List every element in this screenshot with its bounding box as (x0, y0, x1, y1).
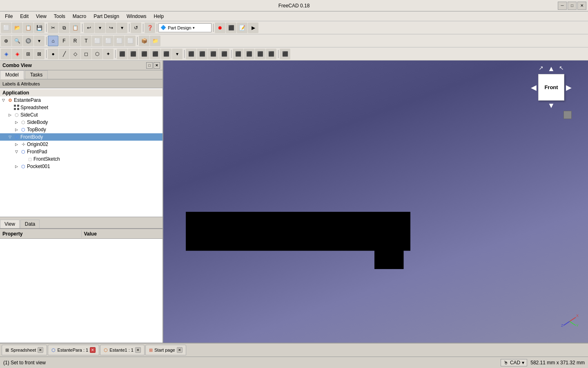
undo-btn[interactable]: ↩ (84, 22, 94, 33)
menu-view[interactable]: View (33, 13, 50, 20)
arc-btn[interactable]: ◻ (81, 49, 91, 59)
pocket2-btn[interactable]: ⬛ (150, 49, 160, 59)
nav-cube-face[interactable]: Front (538, 74, 564, 101)
help-btn[interactable]: ❓ (145, 22, 155, 33)
fit-selection-btn[interactable]: 🔍 (12, 36, 22, 46)
mirrored-btn[interactable]: ⬛ (255, 49, 265, 59)
pad-btn[interactable]: ⬛ (117, 49, 127, 59)
right-view-btn[interactable]: R (70, 36, 80, 46)
nav-arrow-left[interactable]: ◀ (531, 83, 537, 92)
macro-edit-btn[interactable]: 📝 (237, 22, 247, 33)
tab-model[interactable]: Model (0, 70, 24, 79)
paste-btn[interactable]: 📋 (70, 22, 80, 33)
more-arrow[interactable]: ▾ (172, 49, 183, 59)
new-btn[interactable]: ⬜ (1, 22, 11, 33)
close-btn[interactable]: ✕ (577, 2, 586, 10)
left-view-btn[interactable]: ⬜ (103, 36, 114, 46)
cad-arrow[interactable]: ▾ (522, 360, 524, 366)
save-btn[interactable]: 💾 (34, 22, 45, 33)
front-view-btn[interactable]: F (59, 36, 69, 46)
clone-btn[interactable]: ⊠ (34, 49, 45, 59)
fillet-btn[interactable]: ⬛ (186, 49, 196, 59)
nav-arrow-right[interactable]: ▶ (566, 83, 572, 92)
draft-btn[interactable]: ⬛ (208, 49, 218, 59)
tab-estante1-close[interactable]: ✕ (135, 347, 141, 353)
macro-run-btn[interactable]: ▶ (248, 22, 258, 33)
attach-btn[interactable]: ⊞ (23, 49, 33, 59)
tab-startpage[interactable]: ⊞ Start page ✕ (145, 345, 186, 355)
nav-arrow-tl[interactable]: ↗ (539, 65, 543, 73)
tree-item-pocket001[interactable]: ▷ ⬡ Pocket001 (0, 163, 163, 170)
menu-windows[interactable]: Windows (123, 13, 150, 20)
menu-file[interactable]: File (2, 13, 16, 20)
linear-btn[interactable]: ⬛ (244, 49, 254, 59)
sketch-btn[interactable]: ◈ (1, 49, 11, 59)
tree-item-estantepara[interactable]: ▽ ⚙ EstantePara (0, 96, 163, 104)
nav-mini-cube[interactable] (564, 111, 572, 119)
boolean-btn[interactable]: ⬛ (280, 49, 290, 59)
tree-item-topbody[interactable]: ▷ ⬡ TopBody (0, 126, 163, 133)
toggle-pocket001[interactable]: ▷ (13, 164, 20, 168)
tree-item-frontpad[interactable]: ▽ ⬡ FrontPad (0, 148, 163, 155)
toggle-frontbody[interactable]: ▽ (7, 135, 13, 139)
tab-estantepara[interactable]: ⬡ EstantePara : 1 ✕ (48, 345, 99, 355)
toggle-topbody[interactable]: ▷ (13, 128, 20, 132)
tab-spreadsheet[interactable]: ⊞ Spreadsheet ✕ (2, 345, 47, 355)
combo-float-btn[interactable]: □ (146, 62, 153, 69)
redo-btn[interactable]: ↪ (106, 22, 116, 33)
tree-item-frontsketch[interactable]: ◻ FrontSketch (0, 155, 163, 163)
open-btn[interactable]: 📂 (12, 22, 22, 33)
minimize-btn[interactable]: ─ (558, 2, 567, 10)
pad2-btn[interactable]: ⬛ (128, 49, 138, 59)
cut-shape-btn[interactable]: ✦ (103, 49, 114, 59)
refresh-btn[interactable]: ↺ (131, 22, 141, 33)
rear-view-btn[interactable]: ⬜ (92, 36, 102, 46)
toggle-origin002[interactable]: ▷ (13, 142, 20, 146)
toggle-frontpad[interactable]: ▽ (13, 150, 20, 154)
tab-spreadsheet-close[interactable]: ✕ (38, 347, 43, 353)
draw-style-arrow[interactable]: ▾ (34, 36, 45, 46)
menu-help[interactable]: Help (151, 13, 167, 20)
point-btn[interactable]: ● (48, 49, 58, 59)
menu-part-design[interactable]: Part Design (90, 13, 122, 20)
top-view-btn[interactable]: T (81, 36, 91, 46)
copy-btn[interactable]: ⧉ (59, 22, 69, 33)
workbench-dropdown[interactable]: 🔷 Part Design ▾ (158, 23, 212, 32)
polar-btn[interactable]: ⬛ (233, 49, 243, 59)
tab-estantepara-close[interactable]: ✕ (90, 347, 96, 353)
nav-arrow-up[interactable]: ▲ (548, 65, 555, 73)
menu-tools[interactable]: Tools (51, 13, 69, 20)
toggle-sidecut[interactable]: ▷ (7, 113, 13, 117)
toggle-sidebody[interactable]: ▷ (13, 120, 20, 124)
fit-all-btn[interactable]: ⊕ (1, 36, 11, 46)
line-btn[interactable]: ╱ (59, 49, 69, 59)
circle-btn[interactable]: ◇ (70, 49, 80, 59)
polyline-btn[interactable]: ⬡ (92, 49, 102, 59)
home-view-btn[interactable]: ⌂ (48, 36, 58, 46)
tab-data[interactable]: Data (20, 220, 40, 228)
maximize-btn[interactable]: □ (568, 2, 577, 10)
tree-item-spreadsheet[interactable]: Spreadsheet (0, 104, 163, 111)
tab-startpage-close[interactable]: ✕ (177, 347, 183, 353)
tab-estante1[interactable]: ⬡ Estante1 : 1 ✕ (100, 345, 145, 355)
tree-item-sidecut[interactable]: ▷ ⬡ SideCut (0, 111, 163, 119)
menu-edit[interactable]: Edit (17, 13, 32, 20)
tab-tasks[interactable]: Tasks (25, 70, 48, 79)
record-btn[interactable]: ⏺ (215, 22, 225, 33)
tab-view[interactable]: View (0, 220, 20, 228)
combo-close-btn[interactable]: ✕ (154, 62, 160, 69)
draw-style-btn[interactable]: 🔘 (23, 36, 33, 46)
part-icon1[interactable]: 📦 (139, 36, 149, 46)
bottom-view-btn[interactable]: ⬜ (114, 36, 125, 46)
pocket-btn[interactable]: ⬛ (139, 49, 149, 59)
chamfer-btn[interactable]: ⬛ (197, 49, 207, 59)
nav-arrow-tr[interactable]: ↖ (559, 65, 564, 73)
stop-btn[interactable]: ⬛ (226, 22, 236, 33)
tree-item-frontbody[interactable]: ▽ ⬡ FrontBody (0, 133, 163, 141)
part-icon2[interactable]: 📁 (150, 36, 160, 46)
recent-btn[interactable]: 📋 (23, 22, 33, 33)
thickness-btn[interactable]: ⬛ (219, 49, 229, 59)
more-btn[interactable]: ⬛ (161, 49, 172, 59)
menu-macro[interactable]: Macro (69, 13, 89, 20)
tree-item-origin002[interactable]: ▷ ✛ Origin002 (0, 141, 163, 148)
